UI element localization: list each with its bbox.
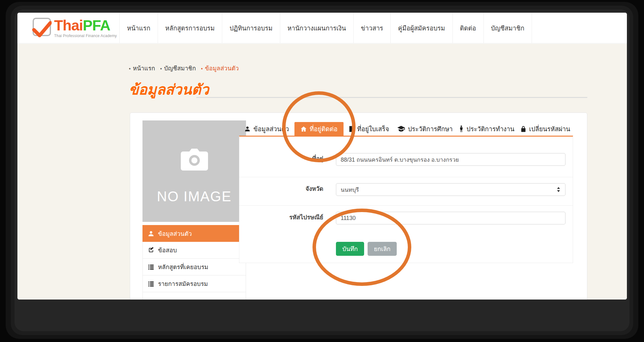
row-divider <box>239 177 573 177</box>
sidebar-item-label: หลักสูตรที่เคยอบรม <box>158 262 208 272</box>
breadcrumb-personal-info: •ข้อมูลส่วนตัว <box>201 63 239 73</box>
nav-item-member-account[interactable]: บัญชีสมาชิก <box>483 13 532 43</box>
sidebar-item-partial[interactable] <box>142 292 246 300</box>
province-selected-value: นนทบุรี <box>341 185 359 194</box>
bullet-icon: • <box>201 66 203 71</box>
list-icon <box>148 281 154 287</box>
tab-change-password[interactable]: เปลี่ยนรหัสผ่าน <box>518 122 573 136</box>
province-select[interactable]: นนทบุรี <box>336 183 565 196</box>
form-row-address: ที่อยู่ <box>239 153 573 166</box>
logo-text: ThaiPFA Thai Professional Finance Academ… <box>54 18 117 38</box>
sidebar-item-label: ข้อมูลส่วนตัว <box>158 229 192 238</box>
lock-icon <box>521 126 526 132</box>
logo-word-thai: Thai <box>54 17 83 34</box>
list-icon <box>148 264 154 270</box>
graduation-cap-icon <box>397 126 405 132</box>
nav-item-find-planner[interactable]: หานักวางแผนการเงิน <box>280 13 353 43</box>
nav-item-courses[interactable]: หลักสูตรการอบรม <box>158 13 222 43</box>
content-area: •หน้าแรก •บัญชีสมาชิก •ข้อมูลส่วนตัว ข้อ… <box>17 44 627 300</box>
home-icon <box>300 126 307 132</box>
edit-icon <box>148 247 154 253</box>
site-header: ThaiPFA Thai Professional Finance Academ… <box>17 13 627 43</box>
nav-item-news[interactable]: ข่าวสาร <box>353 13 390 43</box>
nav-item-home[interactable]: หน้าแรก <box>119 13 158 43</box>
sidebar-item-exams[interactable]: ข้อสอบ <box>142 242 246 259</box>
sidebar-menu: ข้อมูลส่วนตัว ข้อสอบ หลักสูตรที่เคยอบรม … <box>142 225 246 300</box>
breadcrumb-home[interactable]: •หน้าแรก <box>129 63 155 73</box>
postal-code-label: รหัสไปรษณีย์ <box>239 212 323 224</box>
province-label: จังหวัด <box>239 183 323 196</box>
contact-address-form: ที่อยู่ จังหวัด นนทบุรี รหัสไปรษณีย์ <box>239 136 573 263</box>
thaipfa-logo[interactable]: ThaiPFA Thai Professional Finance Academ… <box>33 18 117 38</box>
nav-item-applicant-guide[interactable]: คู่มือผู้สมัครอบรม <box>390 13 452 43</box>
form-actions: บันทึก ยกเลิก <box>336 242 397 256</box>
no-image-text: NO IMAGE <box>142 189 246 204</box>
tab-personal-info[interactable]: ข้อมูลส่วนตัว <box>239 122 294 136</box>
postal-code-input[interactable] <box>336 212 565 224</box>
checkmark-logo-icon <box>33 18 51 36</box>
bullet-icon: • <box>160 66 162 71</box>
tab-work-history[interactable]: ประวัติการทำงาน <box>456 122 518 136</box>
logo-word-pfa: PFA <box>83 17 110 34</box>
bullet-icon: • <box>129 66 131 71</box>
sidebar-item-personal-info[interactable]: ข้อมูลส่วนตัว <box>142 225 246 242</box>
camera-icon <box>180 148 209 172</box>
form-row-province: จังหวัด นนทบุรี <box>239 183 573 196</box>
title-divider <box>196 97 587 98</box>
user-icon <box>244 126 250 132</box>
main-nav: หน้าแรก หลักสูตรการอบรม ปฏิทินการอบรม หา… <box>119 13 532 43</box>
address-label: ที่อยู่ <box>239 153 323 166</box>
user-icon <box>148 230 154 237</box>
form-row-postal-code: รหัสไปรษณีย์ <box>239 212 573 224</box>
sidebar-item-label: รายการสมัครอบรม <box>158 279 208 288</box>
browser-page: ThaiPFA Thai Professional Finance Academ… <box>17 13 627 300</box>
tab-contact-address[interactable]: ที่อยู่ติดต่อ <box>294 122 344 136</box>
nav-item-calendar[interactable]: ปฏิทินการอบรม <box>222 13 280 43</box>
breadcrumb-member-account[interactable]: •บัญชีสมาชิก <box>160 63 196 73</box>
select-arrows-icon <box>556 187 561 192</box>
nav-item-contact[interactable]: ติดต่อ <box>452 13 483 43</box>
tab-receipt-address[interactable]: ที่อยู่ใบเสร็จ <box>344 122 394 136</box>
address-input[interactable] <box>336 153 565 166</box>
cancel-button[interactable]: ยกเลิก <box>368 242 397 256</box>
screenshot-stage: ThaiPFA Thai Professional Finance Academ… <box>0 0 644 342</box>
document-icon <box>349 126 354 132</box>
breadcrumb: •หน้าแรก •บัญชีสมาชิก •ข้อมูลส่วนตัว <box>129 63 239 73</box>
logo-tagline: Thai Professional Finance Academy <box>54 34 117 38</box>
avatar-placeholder: NO IMAGE <box>142 120 246 222</box>
tab-education-history[interactable]: ประวัติการศึกษา <box>394 122 456 136</box>
save-button[interactable]: บันทึก <box>336 242 364 256</box>
person-icon <box>459 126 464 132</box>
sidebar-item-label: ข้อสอบ <box>158 245 177 255</box>
sidebar-item-attended-courses[interactable]: หลักสูตรที่เคยอบรม <box>142 259 246 275</box>
sidebar-item-course-applications[interactable]: รายการสมัครอบรม <box>142 275 246 292</box>
row-divider <box>239 205 573 206</box>
